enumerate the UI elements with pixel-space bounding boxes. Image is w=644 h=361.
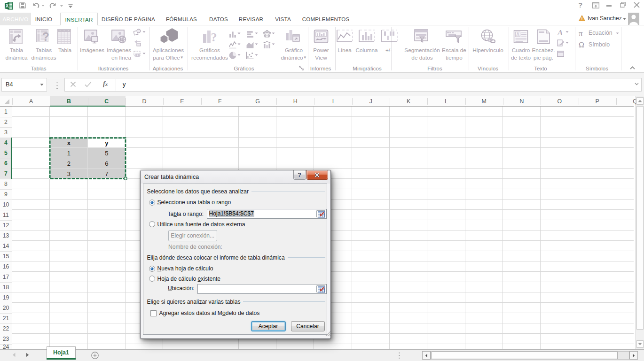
svg-text:!: ! [581,16,583,21]
svg-text:X: X [6,3,9,8]
svg-text:?: ? [211,31,217,44]
svg-text:?: ? [42,30,49,43]
svg-text:A: A [516,32,519,37]
